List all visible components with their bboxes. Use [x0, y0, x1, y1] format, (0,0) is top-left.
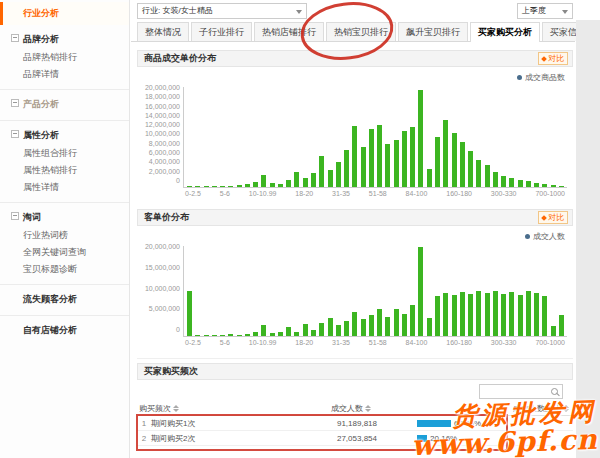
chart-bar	[526, 181, 531, 187]
sidebar-item[interactable]: 属性热销排行	[0, 162, 129, 179]
chart-bar	[410, 305, 415, 336]
sidebar-group-title[interactable]: 自有店铺分析	[0, 321, 129, 340]
chevron-down-icon	[562, 10, 568, 14]
chart-legend[interactable]: 成交商品数	[137, 72, 565, 83]
sidebar-item[interactable]: 宝贝标题诊断	[0, 261, 129, 278]
sidebar-group-title[interactable]: 属性分析	[0, 126, 129, 145]
column-header-frequency[interactable]: 购买频次	[137, 403, 291, 414]
sidebar-item[interactable]: 品牌热销排行	[0, 49, 129, 66]
x-tick-label: 0-2.5	[185, 190, 201, 197]
table-header-row: 购买频次 成交人数 成交人数占比	[137, 402, 573, 416]
chart-bar	[559, 315, 564, 336]
y-tick-label: 8,000,000	[149, 140, 180, 147]
tab[interactable]: 子行业排行	[191, 22, 252, 41]
y-tick-label: 4,000,000	[149, 158, 180, 165]
chart-bar	[253, 182, 258, 187]
page-right-gutter	[576, 20, 600, 458]
chart-bar	[559, 186, 564, 187]
x-tick-label: 0-2.5	[185, 339, 201, 346]
y-tick-label: 10,000,000	[145, 130, 180, 137]
table-search	[479, 384, 563, 399]
y-tick-label: 12,000,000	[145, 121, 180, 128]
compare-icon	[541, 215, 547, 221]
compare-button[interactable]: 对比	[538, 52, 568, 65]
x-tick-label: 10-10.99	[249, 190, 277, 197]
chart-bar	[336, 162, 341, 187]
chart-bar	[534, 293, 539, 336]
x-tick-label: 10-10.99	[249, 339, 277, 346]
percent-bar	[417, 435, 427, 442]
chart-legend[interactable]: 成交人数	[137, 231, 565, 242]
sidebar-group-title[interactable]: 流失顾客分析	[0, 290, 129, 309]
chart-bar	[542, 296, 547, 336]
section-unit-price-distribution: 商品成交单价分布 对比 成交商品数 20,000,00018,000,00016…	[137, 50, 573, 197]
chart-bar	[369, 315, 374, 336]
sidebar-group-title[interactable]: 淘词	[0, 208, 129, 227]
sidebar-item-industry-analysis[interactable]: 行业分析	[0, 2, 129, 25]
sidebar-item[interactable]: 品牌详情	[0, 66, 129, 83]
x-tick-label: 700-1000	[535, 190, 565, 197]
tab[interactable]: 热销宝贝排行	[326, 22, 396, 41]
x-tick-label: 31-35	[332, 190, 350, 197]
chart-bar	[369, 129, 374, 188]
x-tick-label: 18-20	[295, 190, 313, 197]
sort-icon	[365, 405, 371, 412]
tab[interactable]: 热销店铺排行	[254, 22, 324, 41]
x-tick-label: 51-58	[369, 190, 387, 197]
sidebar-group-title[interactable]: 品牌分析	[0, 30, 129, 49]
chart-bar	[476, 291, 481, 336]
table-row[interactable]: 1 期间购买1次 91,189,818 67.96%	[137, 416, 573, 431]
y-axis: 20,000,00018,000,00016,000,00014,000,000…	[137, 87, 183, 187]
sidebar-item[interactable]: 属性组合排行	[0, 145, 129, 162]
sidebar: 行业分析 品牌分析品牌热销排行品牌详情产品分析属性分析属性组合排行属性热销排行属…	[0, 0, 130, 458]
row-rank: 2	[137, 434, 151, 443]
chart-bar	[443, 120, 448, 187]
chart-bar	[402, 314, 407, 337]
y-tick-label: 10,000,000	[145, 285, 180, 292]
chart-bar	[402, 131, 407, 188]
sidebar-item[interactable]: 属性详情	[0, 179, 129, 196]
chart-bar	[220, 186, 225, 188]
chart-bar	[286, 180, 291, 188]
x-tick-label: 700-1000	[535, 339, 565, 346]
percent-label: 67.96%	[454, 419, 481, 428]
chart-bar	[493, 291, 498, 336]
sidebar-item[interactable]: 全网关键词查询	[0, 244, 129, 261]
chart-bar	[187, 186, 192, 187]
y-tick-label: 18,000,000	[145, 93, 180, 100]
chart-bar	[435, 137, 440, 187]
row-label: 期间购买1次	[151, 418, 291, 429]
chart-bar	[435, 296, 440, 336]
table-row[interactable]: 2 期间购买2次 27,053,854 20.16%	[137, 431, 573, 446]
sidebar-item[interactable]: 行业热词榜	[0, 227, 129, 244]
period-select[interactable]: 上季度	[517, 3, 573, 19]
y-tick-label: 0	[176, 326, 180, 333]
column-header-buyers-share[interactable]: 成交人数占比	[381, 403, 573, 414]
compare-button[interactable]: 对比	[538, 211, 568, 224]
sidebar-group-title[interactable]: 产品分析	[0, 95, 129, 114]
expand-icon	[11, 130, 19, 138]
chart-bar	[418, 247, 423, 336]
chart-bar	[542, 184, 547, 187]
chevron-down-icon	[296, 10, 302, 14]
period-select-value: 上季度	[522, 6, 546, 15]
row-label: 期间购买2次	[151, 433, 291, 444]
chart-bar	[278, 184, 283, 187]
chart-bar	[509, 178, 514, 187]
chart-bar	[237, 335, 242, 336]
row-value: 27,053,854	[291, 434, 381, 443]
chart-bar	[195, 186, 200, 187]
section-title: 客单价分布	[144, 210, 189, 225]
industry-select[interactable]: 行业: 女装/女士精品	[137, 3, 307, 19]
y-tick-label: 20,000,000	[145, 243, 180, 250]
industry-select-value: 行业: 女装/女士精品	[142, 6, 213, 15]
tab[interactable]: 整体情况	[137, 22, 189, 41]
x-tick-label: 51-58	[369, 339, 387, 346]
chart-bar	[245, 334, 250, 336]
tab[interactable]: 飙升宝贝排行	[398, 22, 468, 41]
chart-bar	[452, 295, 457, 336]
chart-bar	[212, 335, 217, 336]
chart-bar	[212, 186, 217, 187]
column-header-buyers[interactable]: 成交人数	[291, 403, 381, 414]
tab[interactable]: 买家购买分析	[470, 22, 540, 42]
